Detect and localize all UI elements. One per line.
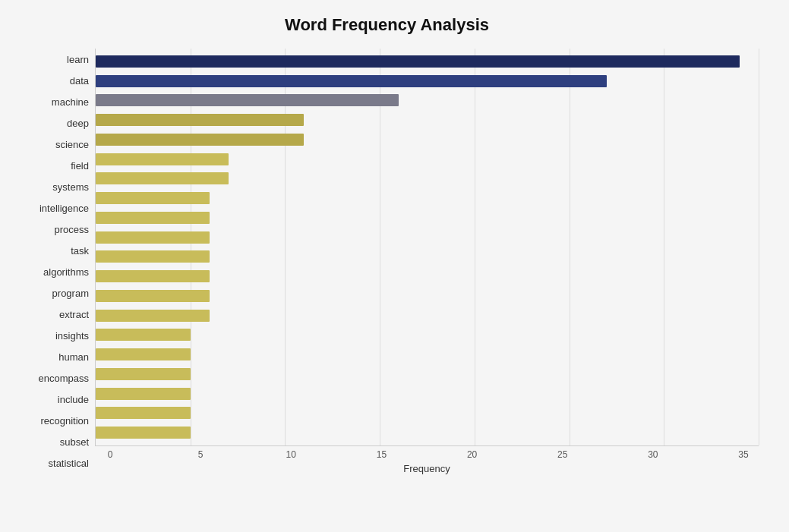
bar bbox=[96, 231, 210, 244]
bar bbox=[96, 75, 607, 87]
x-tick: 10 bbox=[276, 449, 306, 460]
y-label: algorithms bbox=[43, 263, 89, 280]
y-label: task bbox=[71, 242, 89, 259]
bar bbox=[96, 388, 191, 400]
bar-row bbox=[96, 53, 759, 70]
y-label: include bbox=[58, 392, 89, 408]
x-tick: 25 bbox=[548, 449, 578, 460]
x-axis: 05101520253035 bbox=[95, 446, 759, 460]
x-tick: 15 bbox=[366, 449, 396, 460]
bar-row bbox=[96, 424, 759, 441]
y-label: human bbox=[58, 349, 89, 366]
bar-row bbox=[96, 131, 759, 148]
bar bbox=[96, 212, 210, 224]
bar bbox=[96, 427, 191, 439]
y-label: extract bbox=[59, 307, 89, 323]
bar-row bbox=[96, 268, 759, 285]
y-label: field bbox=[71, 157, 89, 174]
y-label: recognition bbox=[40, 413, 89, 430]
y-label: intelligence bbox=[39, 200, 89, 216]
chart-area: learndatamachinedeepsciencefieldsystemsi… bbox=[15, 49, 759, 474]
bar bbox=[96, 329, 191, 341]
bar-row bbox=[96, 112, 759, 128]
y-label: machine bbox=[52, 93, 89, 110]
bar bbox=[96, 290, 210, 302]
y-label: data bbox=[70, 72, 89, 89]
y-label: science bbox=[55, 136, 89, 153]
bar bbox=[96, 270, 210, 282]
chart-container: Word Frequency Analysis learndatamachine… bbox=[0, 0, 789, 532]
y-axis: learndatamachinedeepsciencefieldsystemsi… bbox=[15, 49, 95, 474]
bar-row bbox=[96, 366, 759, 382]
bar-rows bbox=[96, 49, 759, 445]
bar-row bbox=[96, 151, 759, 168]
y-label: process bbox=[54, 221, 89, 238]
y-label: deep bbox=[67, 115, 89, 131]
bar-row bbox=[96, 288, 759, 304]
x-tick: 0 bbox=[95, 449, 125, 460]
bar bbox=[96, 55, 740, 68]
bar-row bbox=[96, 326, 759, 343]
bar-row bbox=[96, 92, 759, 109]
bar bbox=[96, 250, 210, 263]
bar-row bbox=[96, 73, 759, 90]
x-tick: 20 bbox=[457, 449, 488, 460]
bar bbox=[96, 192, 210, 204]
y-label: learn bbox=[67, 51, 89, 68]
bar-row bbox=[96, 346, 759, 363]
y-label: insights bbox=[55, 328, 89, 345]
bar bbox=[96, 348, 191, 360]
bar-row bbox=[96, 229, 759, 246]
y-label: encompass bbox=[39, 370, 89, 387]
bar bbox=[96, 172, 229, 184]
bar bbox=[96, 94, 399, 106]
x-tick: 30 bbox=[638, 449, 668, 460]
x-axis-label: Frequency bbox=[95, 463, 759, 474]
bar-row bbox=[96, 307, 759, 324]
x-tick: 35 bbox=[728, 449, 759, 460]
bars-area bbox=[95, 49, 759, 446]
bars-and-xaxis: 05101520253035 Frequency bbox=[95, 49, 759, 474]
bar-row bbox=[96, 170, 759, 187]
bar bbox=[96, 153, 229, 165]
bar bbox=[96, 134, 304, 146]
gridline bbox=[759, 49, 759, 445]
y-label: systems bbox=[52, 178, 89, 195]
y-label: statistical bbox=[49, 455, 89, 472]
bar-row bbox=[96, 248, 759, 265]
bar bbox=[96, 114, 304, 126]
bar-row bbox=[96, 190, 759, 206]
y-label: subset bbox=[60, 434, 89, 451]
chart-title: Word Frequency Analysis bbox=[15, 15, 759, 35]
y-label: program bbox=[52, 285, 89, 302]
bar bbox=[96, 368, 191, 380]
bar bbox=[96, 407, 191, 419]
bar-row bbox=[96, 405, 759, 421]
bar bbox=[96, 310, 210, 322]
bar-row bbox=[96, 209, 759, 226]
bar-row bbox=[96, 386, 759, 402]
x-tick: 5 bbox=[185, 449, 216, 460]
